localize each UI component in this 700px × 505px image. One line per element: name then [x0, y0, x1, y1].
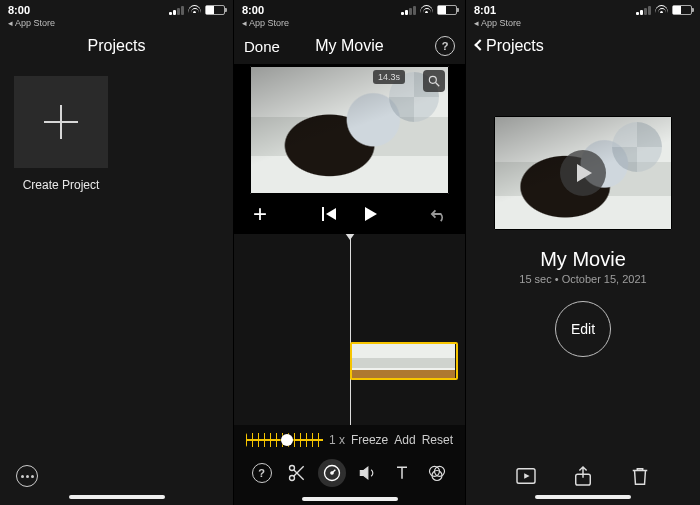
clip-duration-badge: 14.3s — [373, 70, 405, 84]
create-project-tile[interactable] — [14, 76, 108, 168]
reset-button[interactable]: Reset — [422, 433, 453, 447]
add-media-button[interactable]: + — [248, 202, 272, 226]
svg-point-0 — [429, 76, 436, 83]
freeze-button[interactable]: Freeze — [351, 433, 388, 447]
play-overlay-button[interactable] — [560, 150, 606, 196]
status-bar: 8:01 — [466, 0, 700, 20]
zoom-button[interactable] — [423, 70, 445, 92]
back-button[interactable]: Projects — [476, 37, 544, 55]
svg-line-1 — [436, 83, 440, 87]
add-button[interactable]: Add — [394, 433, 415, 447]
play-icon — [577, 164, 592, 182]
wifi-icon — [420, 5, 433, 15]
help-button[interactable]: ? — [435, 36, 455, 56]
plus-icon — [44, 105, 78, 139]
speed-slider[interactable] — [246, 433, 323, 447]
done-button[interactable]: Done — [244, 38, 280, 55]
back-to-app[interactable]: ◂ App Store — [0, 18, 233, 28]
back-to-app[interactable]: ◂ App Store — [234, 18, 465, 28]
speed-value: 1 x — [329, 433, 345, 447]
video-preview[interactable] — [250, 66, 449, 194]
status-bar: 8:00 — [234, 0, 465, 20]
split-tool[interactable] — [283, 459, 311, 487]
titles-tool[interactable] — [388, 459, 416, 487]
cellular-icon — [169, 6, 184, 15]
edit-button[interactable]: Edit — [555, 301, 611, 357]
timeline[interactable] — [234, 234, 465, 425]
status-time: 8:00 — [242, 4, 264, 16]
home-indicator[interactable] — [535, 495, 631, 499]
battery-icon — [437, 5, 457, 15]
timeline-clip[interactable] — [350, 342, 458, 380]
wifi-icon — [655, 5, 668, 15]
status-bar: 8:00 — [0, 0, 233, 20]
delete-button[interactable] — [627, 463, 653, 489]
cellular-icon — [401, 6, 416, 15]
home-indicator[interactable] — [302, 497, 398, 501]
home-indicator[interactable] — [69, 495, 165, 499]
undo-button[interactable] — [427, 202, 451, 226]
create-project-label: Create Project — [14, 178, 108, 192]
speed-tool[interactable] — [318, 459, 346, 487]
battery-icon — [672, 5, 692, 15]
play-fullscreen-button[interactable] — [513, 463, 539, 489]
cellular-icon — [636, 6, 651, 15]
back-to-app[interactable]: ◂ App Store — [466, 18, 700, 28]
wifi-icon — [188, 5, 201, 15]
step-back-button[interactable] — [317, 202, 341, 226]
filters-tool[interactable] — [423, 459, 451, 487]
playhead[interactable] — [350, 234, 351, 425]
svg-point-8 — [331, 472, 333, 474]
share-button[interactable] — [570, 463, 596, 489]
status-time: 8:01 — [474, 4, 496, 16]
battery-icon — [205, 5, 225, 15]
project-title: My Movie — [315, 37, 383, 55]
help-button[interactable]: ? — [248, 459, 276, 487]
status-time: 8:00 — [8, 4, 30, 16]
movie-meta: 15 sec • October 15, 2021 — [466, 273, 700, 285]
play-button[interactable] — [359, 202, 383, 226]
movie-title: My Movie — [466, 248, 700, 271]
chevron-left-icon — [474, 39, 485, 50]
project-poster[interactable] — [494, 116, 672, 230]
volume-tool[interactable] — [353, 459, 381, 487]
more-button[interactable] — [14, 463, 40, 489]
page-title: Projects — [88, 37, 146, 55]
back-label: Projects — [486, 37, 544, 55]
